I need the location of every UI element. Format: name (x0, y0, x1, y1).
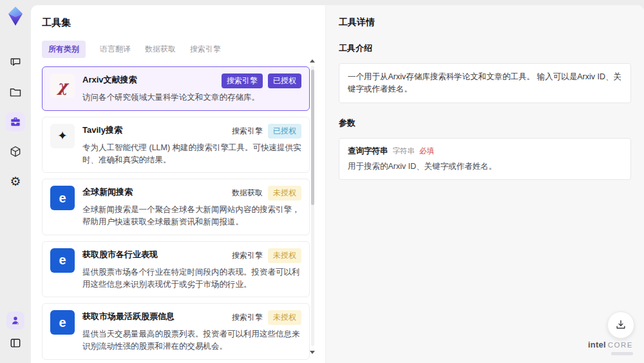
scroll-down-arrow-icon[interactable] (310, 351, 315, 354)
tool-auth-badge: 未授权 (268, 186, 301, 201)
chat-icon[interactable] (6, 53, 25, 72)
intro-box: 一个用于从Arxiv存储库搜索科学论文和文章的工具。 输入可以是Arxiv ID… (339, 63, 631, 103)
tool-list-pane: 工具集 所有类别语言翻译数据获取搜索引擎 χ Arxiv文献搜索 搜索引擎 已授… (31, 5, 325, 363)
finance-app-icon: e (50, 248, 75, 273)
params-heading: 参数 (339, 117, 631, 129)
app-logo-icon[interactable] (5, 5, 26, 27)
tool-list-item-most-active-stocks[interactable]: e 获取市场最活跃股票信息 搜索引擎 未授权 提供当天交易量最高的股票列表。投资… (42, 303, 310, 360)
intro-text: 一个用于从Arxiv存储库搜索科学论文和文章的工具。 输入可以是Arxiv ID… (348, 71, 622, 95)
scroll-up-arrow-icon[interactable] (310, 59, 315, 63)
param-box: 查询字符串 字符串 必填 用于搜索的Arxiv ID、关键字或作者姓名。 (339, 138, 631, 180)
brand-secondary: core (608, 341, 633, 349)
tool-description: 提供当天交易量最高的股票列表。投资者可以利用这些信息来识别流动性强的股票和潜在的… (82, 328, 301, 353)
sidebar: ⚙ (0, 0, 31, 363)
brand-primary: intel (588, 340, 606, 349)
tool-name: 全球新闻搜索 (82, 186, 227, 198)
cube-icon[interactable] (6, 142, 25, 161)
tab-translation[interactable]: 语言翻译 (100, 41, 131, 58)
tool-description: 专为人工智能代理 (LLM) 构建的搜索引擎工具。可快速提供实时、准确和真实的结… (82, 142, 301, 166)
tool-list-item-tavily-search[interactable]: ✦ Tavily搜索 搜索引擎 已授权 专为人工智能代理 (LLM) 构建的搜索… (42, 117, 310, 173)
main-card: 工具集 所有类别语言翻译数据获取搜索引擎 χ Arxiv文献搜索 搜索引擎 已授… (31, 5, 644, 363)
tool-list-item-global-news-search[interactable]: e 全球新闻搜索 数据获取 未授权 全球新闻搜索是一个聚合全球各大新闻网站内容的… (42, 179, 310, 235)
tool-name: 获取股市各行业表现 (82, 248, 227, 260)
finance-app-icon: e (50, 310, 75, 335)
download-button[interactable] (607, 311, 634, 338)
tool-list-item-stock-sector-performance[interactable]: e 获取股市各行业表现 搜索引擎 未授权 提供股票市场各个行业在特定时间段内的表… (42, 241, 310, 298)
tool-auth-badge: 已授权 (268, 124, 301, 139)
intro-heading: 工具介绍 (339, 43, 631, 54)
param-required-badge: 必填 (419, 146, 434, 156)
arxiv-logo-icon: χ (50, 74, 75, 98)
tool-list-item-arxiv-search[interactable]: χ Arxiv文献搜索 搜索引擎 已授权 访问各个研究领域大量科学论文和文章的存… (42, 66, 310, 111)
tab-search-engine[interactable]: 搜索引擎 (190, 41, 221, 58)
sidebar-nav: ⚙ (6, 53, 25, 191)
page-title: 工具集 (42, 17, 325, 29)
param-type: 字符串 (393, 146, 415, 156)
tool-detail-pane: 工具详情 工具介绍 一个用于从Arxiv存储库搜索科学论文和文章的工具。 输入可… (325, 5, 644, 363)
news-app-icon: e (50, 186, 75, 210)
toolbox-icon[interactable] (6, 112, 25, 132)
tool-name: Tavily搜索 (82, 124, 227, 136)
sidebar-bottom (6, 311, 25, 353)
tool-category-tag: 搜索引擎 (232, 250, 263, 261)
tool-auth-badge: 已授权 (268, 74, 301, 88)
intel-core-logo: intelcore (588, 338, 633, 355)
user-icon[interactable] (6, 311, 24, 329)
scrollbar-thumb[interactable] (311, 70, 314, 205)
tool-auth-badge: 未授权 (268, 310, 301, 325)
panel-toggle-icon[interactable] (6, 333, 25, 353)
gear-icon[interactable]: ⚙ (6, 172, 25, 191)
sparkle-icon: ✦ (50, 124, 75, 148)
folder-icon[interactable] (6, 83, 25, 102)
param-description: 用于搜索的Arxiv ID、关键字或作者姓名。 (348, 161, 622, 172)
tool-description: 访问各个研究领域大量科学论文和文章的存储库。 (82, 92, 301, 104)
category-tabs: 所有类别语言翻译数据获取搜索引擎 (42, 41, 325, 58)
tool-description: 全球新闻搜索是一个聚合全球各大新闻网站内容的搜索引擎，帮助用户快速获取全球最新资… (82, 204, 301, 228)
tool-description: 提供股票市场各个行业在特定时间段内的表现。投资者可以利用这些信息来识别表现优于或… (82, 266, 301, 291)
tool-name: Arxiv文献搜索 (82, 74, 216, 86)
param-header-row: 查询字符串 字符串 必填 (348, 146, 622, 157)
tool-category-tag: 搜索引擎 (232, 126, 263, 137)
tool-category-tag: 搜索引擎 (222, 74, 263, 88)
param-name: 查询字符串 (348, 146, 388, 157)
tool-name: 获取市场最活跃股票信息 (82, 310, 227, 322)
detail-title: 工具详情 (339, 17, 631, 28)
tab-all[interactable]: 所有类别 (42, 41, 86, 58)
app-window: ⚙ 工具集 所有类别语言翻译数据获取搜索引擎 (0, 0, 644, 363)
scrollbar[interactable] (310, 59, 316, 360)
tool-category-tag: 搜索引擎 (232, 312, 263, 323)
tab-data-fetch[interactable]: 数据获取 (145, 41, 176, 58)
brand-sub-mark (611, 352, 633, 355)
tool-auth-badge: 未授权 (268, 248, 301, 263)
tool-category-tag: 数据获取 (232, 188, 263, 199)
tool-list: χ Arxiv文献搜索 搜索引擎 已授权 访问各个研究领域大量科学论文和文章的存… (42, 66, 310, 363)
